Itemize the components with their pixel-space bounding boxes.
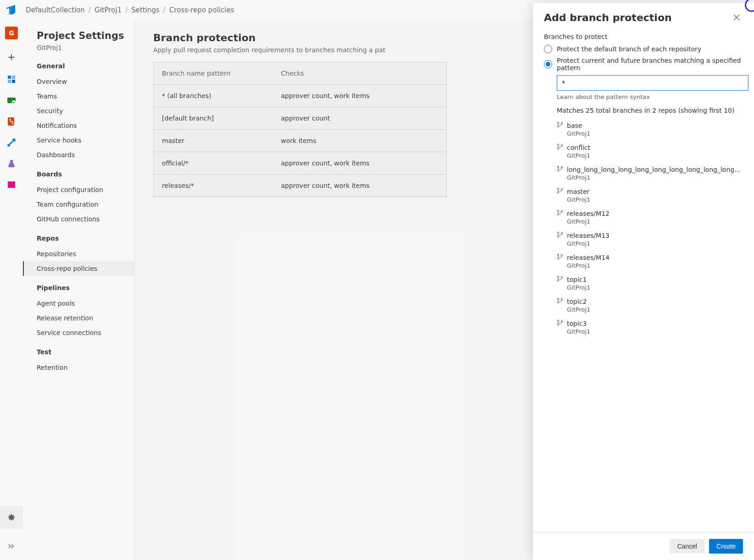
branch-match-item[interactable]: baseGitProj1 — [557, 119, 743, 141]
branch-name: releases/M12 — [567, 210, 610, 217]
branch-name: master — [567, 188, 589, 195]
branch-icon — [557, 187, 563, 195]
branch-icon — [557, 165, 563, 173]
branch-repo: GitProj1 — [567, 152, 743, 159]
svg-point-41 — [561, 320, 562, 322]
matches-summary-label: Matches 25 total branches in 2 repos (sh… — [557, 107, 743, 114]
branch-name: conflict — [567, 144, 590, 151]
svg-point-25 — [557, 214, 559, 215]
branches-to-protect-label: Branches to protect — [544, 33, 743, 40]
radio-icon — [544, 60, 552, 68]
svg-point-27 — [557, 232, 559, 233]
branch-repo: GitProj1 — [567, 196, 743, 203]
svg-point-14 — [561, 122, 562, 124]
svg-point-40 — [557, 324, 559, 325]
branch-name: topic3 — [567, 320, 587, 327]
svg-point-38 — [561, 298, 562, 300]
svg-point-33 — [557, 276, 559, 277]
svg-point-31 — [557, 258, 559, 259]
branch-name: topic1 — [567, 276, 587, 283]
branch-name: releases/M14 — [567, 254, 610, 261]
branch-match-item[interactable]: releases/M13GitProj1 — [557, 229, 743, 251]
radio-icon — [544, 45, 552, 53]
branch-match-item[interactable]: masterGitProj1 — [557, 185, 743, 207]
branch-repo: GitProj1 — [567, 262, 743, 269]
branch-name: long_long_long_long_long_long_long_long_… — [567, 166, 741, 173]
branch-repo: GitProj1 — [567, 130, 743, 137]
svg-point-24 — [557, 210, 559, 211]
svg-point-39 — [557, 320, 559, 321]
svg-point-21 — [557, 188, 559, 189]
close-button[interactable] — [730, 11, 743, 24]
cancel-button[interactable]: Cancel — [670, 539, 704, 554]
branch-repo: GitProj1 — [567, 218, 743, 225]
svg-point-36 — [557, 298, 559, 299]
svg-point-12 — [557, 122, 559, 123]
branch-icon — [557, 143, 563, 151]
radio-label: Protect current and future branches matc… — [557, 57, 743, 71]
branch-match-item[interactable]: conflictGitProj1 — [557, 141, 743, 163]
branch-match-item[interactable]: topic1GitProj1 — [557, 273, 743, 295]
radio-label: Protect the default branch of each repos… — [557, 45, 701, 53]
branch-repo: GitProj1 — [567, 328, 743, 335]
branch-icon — [557, 209, 563, 217]
svg-point-29 — [561, 232, 562, 234]
svg-point-18 — [557, 166, 559, 167]
branch-icon — [557, 297, 563, 305]
branch-name: topic2 — [567, 298, 587, 305]
branch-icon — [557, 275, 563, 283]
svg-point-13 — [557, 126, 559, 127]
svg-point-32 — [561, 254, 562, 256]
svg-point-22 — [557, 192, 559, 193]
svg-point-37 — [557, 302, 559, 303]
svg-point-34 — [557, 280, 559, 281]
pattern-syntax-help-link[interactable]: Learn about the pattern syntax — [557, 93, 743, 100]
svg-point-17 — [561, 144, 562, 146]
radio-protect-default[interactable]: Protect the default branch of each repos… — [544, 45, 743, 53]
branch-repo: GitProj1 — [567, 174, 743, 181]
branch-icon — [557, 319, 563, 327]
radio-protect-pattern[interactable]: Protect current and future branches matc… — [544, 57, 743, 71]
svg-point-35 — [561, 276, 562, 278]
create-button[interactable]: Create — [709, 539, 743, 554]
branch-match-item[interactable]: long_long_long_long_long_long_long_long_… — [557, 163, 743, 185]
svg-point-30 — [557, 254, 559, 255]
branch-pattern-input[interactable] — [557, 75, 748, 91]
svg-point-26 — [561, 210, 562, 212]
svg-point-16 — [557, 148, 559, 149]
branch-repo: GitProj1 — [567, 284, 743, 291]
branch-name: base — [567, 122, 582, 129]
branch-icon — [557, 253, 563, 261]
branch-icon — [557, 121, 563, 129]
branch-name: releases/M13 — [567, 232, 610, 239]
branch-match-item[interactable]: topic3GitProj1 — [557, 317, 743, 339]
svg-point-19 — [557, 170, 559, 171]
svg-point-15 — [557, 144, 559, 145]
branch-repo: GitProj1 — [567, 240, 743, 247]
branch-repo: GitProj1 — [567, 306, 743, 313]
panel-title: Add branch protection — [544, 12, 672, 23]
svg-point-23 — [561, 188, 562, 190]
svg-point-20 — [561, 166, 562, 168]
branch-match-item[interactable]: topic2GitProj1 — [557, 295, 743, 317]
branch-match-item[interactable]: releases/M14GitProj1 — [557, 251, 743, 273]
close-icon — [733, 14, 740, 21]
branch-icon — [557, 231, 563, 239]
branch-match-item[interactable]: releases/M12GitProj1 — [557, 207, 743, 229]
svg-point-28 — [557, 236, 559, 237]
